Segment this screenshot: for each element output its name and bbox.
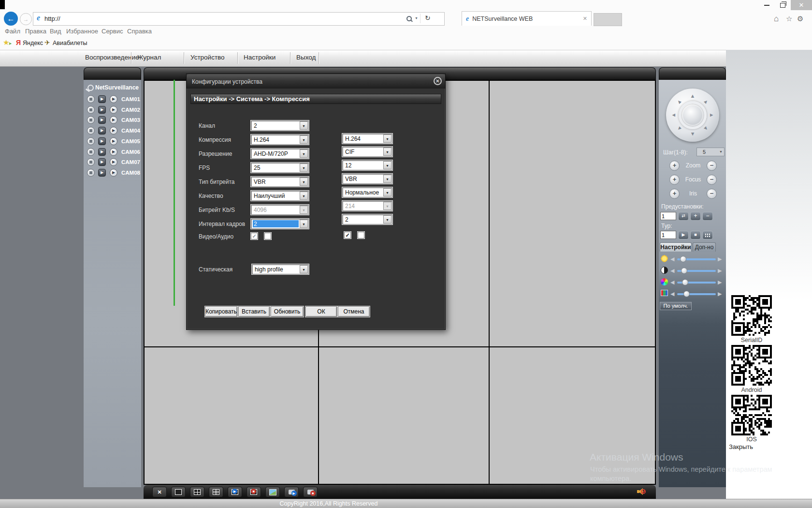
- camera-stop-icon[interactable]: [87, 158, 95, 166]
- iris-close-button[interactable]: −: [707, 189, 717, 199]
- new-tab-button[interactable]: [594, 13, 622, 26]
- camera-label[interactable]: CAM05: [121, 138, 140, 144]
- chevron-down-icon[interactable]: ▼: [383, 161, 392, 169]
- camera-stop-icon[interactable]: [87, 127, 95, 134]
- tour-grid-button[interactable]: [702, 231, 713, 239]
- resolution-select[interactable]: AHD-M/720P▼: [251, 149, 309, 159]
- camera-play-sub-icon[interactable]: ▶: [110, 127, 117, 134]
- camera-play-main-icon[interactable]: ▶: [98, 137, 106, 145]
- camera-stop-icon[interactable]: [87, 106, 95, 114]
- tour-play-button[interactable]: ▶: [678, 231, 689, 239]
- audio-checkbox-main[interactable]: [264, 233, 271, 239]
- bitrate-type-select[interactable]: VBR▼: [251, 177, 309, 187]
- tab-close-icon[interactable]: ✕: [583, 15, 587, 22]
- slider-handle[interactable]: [681, 268, 687, 274]
- brightness-slider[interactable]: [677, 258, 716, 260]
- camera-play-sub-icon[interactable]: ▶: [110, 95, 117, 103]
- camera-stop-icon[interactable]: [87, 148, 95, 156]
- ptz-downright-icon[interactable]: ▲: [702, 125, 710, 133]
- address-bar[interactable]: e http:// ▼ ↻: [33, 12, 445, 26]
- search-dropdown-icon[interactable]: ▼: [415, 16, 418, 20]
- chevron-down-icon[interactable]: ▼: [383, 148, 392, 156]
- fullscreen-button[interactable]: ✕: [152, 487, 167, 497]
- ptz-up-icon[interactable]: ▲: [690, 93, 696, 99]
- camera-label[interactable]: CAM02: [121, 107, 140, 113]
- refresh-icon[interactable]: ↻: [425, 14, 431, 22]
- video-checkbox-sub[interactable]: ✓: [344, 232, 351, 239]
- focus-in-button[interactable]: +: [669, 175, 680, 185]
- resolution-select-sub[interactable]: CIF▼: [342, 147, 392, 157]
- refresh-button[interactable]: Обновить: [271, 306, 304, 317]
- fps-select[interactable]: 25▼: [251, 163, 309, 173]
- camera-play-main-icon[interactable]: ▶: [98, 169, 106, 177]
- camera-play-sub-icon[interactable]: ▶: [110, 158, 117, 166]
- slider-right-arrow[interactable]: ▶: [718, 268, 722, 274]
- bitrate-type-select-sub[interactable]: VBR▼: [342, 174, 392, 184]
- camera-play-main-icon[interactable]: ▶: [98, 148, 106, 156]
- preset-add-button[interactable]: +: [690, 212, 701, 221]
- nav-journal[interactable]: Журнал: [137, 54, 161, 61]
- nav-device[interactable]: Устройство: [190, 54, 225, 61]
- saturation-slider[interactable]: [677, 282, 716, 284]
- static-profile-select[interactable]: high profile▼: [252, 264, 309, 274]
- chevron-down-icon[interactable]: ▼: [383, 188, 392, 196]
- camera-play-sub-icon[interactable]: ▶: [110, 116, 117, 124]
- ptz-downleft-icon[interactable]: ▲: [675, 125, 683, 133]
- iframe-interval-select[interactable]: 2▼: [251, 219, 309, 229]
- home-icon[interactable]: ⌂: [774, 14, 779, 24]
- window-close-button[interactable]: ✕: [791, 0, 812, 10]
- record-stop-button[interactable]: ■: [303, 487, 318, 497]
- preset-goto-button[interactable]: ⇄: [678, 212, 689, 221]
- chevron-down-icon[interactable]: ▼: [300, 121, 308, 130]
- camera-label[interactable]: CAM07: [121, 159, 140, 165]
- compression-select-sub[interactable]: H.264▼: [342, 134, 392, 144]
- quality-select-sub[interactable]: Нормальное▼: [342, 187, 392, 197]
- slider-left-arrow[interactable]: ◀: [670, 268, 674, 274]
- record-start-button[interactable]: ▶: [284, 487, 299, 497]
- ptz-upright-icon[interactable]: ▲: [702, 97, 710, 105]
- nav-settings[interactable]: Настройки: [244, 54, 276, 61]
- paste-button[interactable]: Вставить: [238, 306, 270, 317]
- nine-view-button[interactable]: [209, 487, 223, 497]
- iris-open-button[interactable]: +: [669, 189, 680, 199]
- chevron-down-icon[interactable]: ▼: [383, 215, 392, 224]
- camera-play-sub-icon[interactable]: ▶: [110, 148, 117, 156]
- camera-play-main-icon[interactable]: ▶: [98, 106, 106, 114]
- camera-play-sub-icon[interactable]: ▶: [110, 106, 117, 114]
- camera-stop-icon[interactable]: [87, 95, 95, 103]
- tour-stop-button[interactable]: ■: [690, 231, 701, 239]
- ptz-center[interactable]: [683, 105, 702, 125]
- favorite-tickets[interactable]: Авиабилеты: [53, 40, 87, 46]
- step-select[interactable]: 5 ▼: [696, 148, 725, 156]
- slider-left-arrow[interactable]: ◀: [670, 256, 674, 262]
- mute-speaker-icon[interactable]: [637, 488, 646, 495]
- ptz-right-icon[interactable]: ▲: [709, 112, 715, 118]
- defaults-button[interactable]: По умолч.: [660, 302, 692, 310]
- ptz-left-icon[interactable]: ▲: [670, 112, 676, 118]
- stop-all-button[interactable]: ■: [246, 487, 261, 497]
- settings-gear-icon[interactable]: ⚙: [797, 15, 803, 23]
- chevron-down-icon[interactable]: ▼: [300, 178, 308, 186]
- camera-label[interactable]: CAM08: [121, 170, 140, 176]
- preset-remove-button[interactable]: −: [702, 212, 713, 221]
- camera-play-main-icon[interactable]: ▶: [98, 116, 106, 124]
- camera-play-sub-icon[interactable]: ▶: [110, 169, 117, 177]
- chevron-down-icon[interactable]: ▼: [300, 149, 308, 158]
- fps-select-sub[interactable]: 12▼: [342, 160, 392, 170]
- menu-file[interactable]: Файл: [5, 28, 20, 35]
- camera-label[interactable]: CAM03: [121, 117, 140, 123]
- menu-tools[interactable]: Сервис: [102, 28, 123, 35]
- tab-settings[interactable]: Настройки: [660, 242, 692, 252]
- camera-play-main-icon[interactable]: ▶: [98, 127, 106, 134]
- camera-label[interactable]: CAM06: [121, 149, 140, 155]
- zoom-out-button[interactable]: −: [707, 161, 717, 171]
- contrast-slider[interactable]: [677, 270, 716, 272]
- menu-favorites[interactable]: Избранное: [66, 28, 98, 35]
- ok-button[interactable]: ОК: [305, 306, 337, 317]
- quad-view-button[interactable]: [190, 487, 204, 497]
- slider-handle[interactable]: [680, 256, 686, 262]
- camera-stop-icon[interactable]: [87, 137, 95, 145]
- tab-advanced[interactable]: Доп-но: [693, 242, 716, 252]
- focus-out-button[interactable]: −: [707, 175, 717, 185]
- quality-select[interactable]: Наилучший▼: [251, 191, 309, 201]
